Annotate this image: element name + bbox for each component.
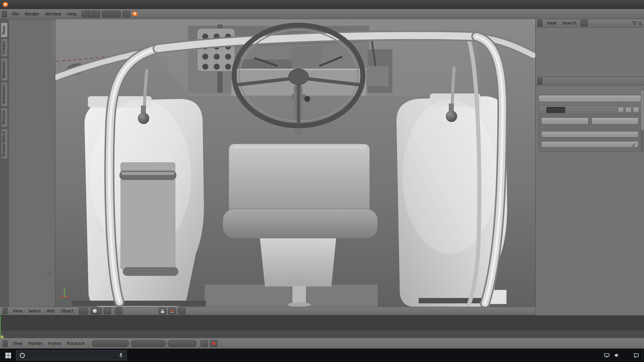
start-frame-field[interactable] [92, 340, 129, 347]
outliner-header: ViewSearch [536, 19, 644, 27]
tool-shelf-panels [9, 19, 55, 307]
shelf-tab-tools[interactable]: Tools [1, 22, 8, 38]
viewport-menu-select[interactable]: Select [25, 309, 44, 313]
info-menu-file[interactable]: File [9, 12, 22, 16]
add-scene-button[interactable] [109, 11, 115, 17]
timeline-header: ViewMarkerFramePlayback [0, 338, 644, 349]
screen-layout-selector[interactable] [82, 11, 100, 17]
delete-modifier-button[interactable] [633, 107, 639, 113]
merge-limit-slider[interactable] [541, 131, 639, 138]
title-bar [0, 0, 644, 9]
blender-version-icon [132, 11, 138, 17]
info-menu-help[interactable]: Help [64, 12, 79, 16]
remove-layout-button[interactable] [94, 11, 100, 17]
snap-toggle-button[interactable] [168, 308, 176, 314]
outliner-editor-type-button[interactable] [537, 20, 542, 26]
right-panel: ViewSearch [535, 19, 644, 315]
timeline-editor-type-button[interactable] [3, 340, 8, 347]
timeline-menu-view[interactable]: View [10, 341, 25, 346]
minimize-button[interactable] [599, 0, 613, 9]
lock-icon [161, 309, 164, 313]
snap-element-select[interactable] [178, 308, 185, 314]
cortana-search-input[interactable] [28, 353, 115, 358]
record-icon [212, 342, 215, 345]
timeline-marker-icon[interactable] [0, 335, 4, 338]
timeline-editor: ViewMarkerFramePlayback [0, 315, 644, 349]
timeline-menu-playback[interactable]: Playback [64, 341, 88, 346]
viewport-menu-object[interactable]: Object [58, 309, 77, 313]
eyedropper-icon[interactable] [632, 142, 636, 146]
add-modifier-button[interactable] [538, 95, 641, 102]
tool-shelf-tabs: ToolsCreateRelationsAnimationPhysicsGrea… [0, 19, 9, 307]
shelf-tab-relations[interactable]: Relations [1, 58, 8, 81]
properties-scrollbar[interactable] [641, 88, 643, 152]
mirror-object-select[interactable] [541, 141, 639, 148]
modifier-name-field[interactable] [546, 107, 565, 113]
info-header: FileRenderWindowHelp [0, 9, 644, 19]
move-modifier-up-button[interactable] [618, 107, 624, 113]
viewport-3d[interactable]: ToolsCreateRelationsAnimationPhysicsGrea… [0, 19, 535, 307]
viewport-menu-view[interactable]: View [10, 309, 25, 313]
close-button[interactable] [627, 0, 641, 9]
search-icon[interactable] [638, 21, 642, 25]
timeline-menus: ViewMarkerFramePlayback [10, 338, 88, 349]
info-menu-render[interactable]: Render [22, 12, 42, 16]
modifier-header [539, 106, 641, 114]
action-center-icon[interactable] [634, 353, 639, 358]
outliner-menu-view[interactable]: View [544, 21, 559, 25]
record-button[interactable] [210, 340, 218, 347]
blender-logo-icon [3, 2, 8, 7]
end-frame-field[interactable] [131, 340, 166, 347]
move-modifier-down-button[interactable] [625, 107, 632, 113]
microphone-icon[interactable] [119, 353, 123, 358]
magnet-icon [170, 309, 174, 313]
outliner-menu-search[interactable]: Search [559, 21, 579, 25]
apply-button[interactable] [541, 117, 589, 125]
timeline-content[interactable] [0, 316, 644, 330]
network-icon[interactable] [604, 353, 609, 358]
viewport-editor-type-button[interactable] [3, 308, 8, 314]
cortana-search-box[interactable] [16, 350, 127, 360]
window-controls [599, 0, 641, 9]
timeline-menu-frame[interactable]: Frame [45, 341, 64, 346]
volume-icon[interactable] [614, 353, 620, 358]
pivot-select[interactable] [104, 308, 111, 314]
shading-sphere-icon [93, 309, 97, 313]
scene-selector[interactable] [102, 11, 121, 17]
add-layout-button[interactable] [88, 11, 94, 17]
outliner-filter-select[interactable] [581, 20, 588, 26]
panel-header-move-to-layer[interactable] [11, 270, 52, 277]
info-editor-type-button[interactable] [2, 11, 7, 17]
properties-header [536, 77, 644, 85]
current-frame-field[interactable] [168, 340, 197, 347]
lock-to-scene-button[interactable] [159, 308, 166, 314]
mirror-modifier-panel [538, 105, 641, 152]
timeline-ruler[interactable] [0, 330, 644, 338]
filter-icon[interactable] [632, 21, 637, 25]
left-fender [85, 96, 204, 307]
info-menu-window[interactable]: Window [42, 12, 64, 16]
shelf-tab-create[interactable]: Create [1, 39, 8, 57]
shelf-tab-animation[interactable]: Animation [1, 82, 8, 107]
shelf-tab-grease-pencil[interactable]: Grease Pencil [1, 128, 8, 159]
remove-scene-button[interactable] [115, 11, 120, 17]
timeline-menu-marker[interactable]: Marker [25, 341, 45, 346]
transform-orientation-select[interactable] [115, 308, 122, 314]
viewport-menus: ViewSelectAddObject [10, 307, 77, 315]
show-desktop-button[interactable] [642, 349, 644, 362]
mode-select[interactable] [79, 308, 88, 314]
viewport-menu-add[interactable]: Add [44, 309, 58, 313]
gauge-panel [197, 28, 235, 71]
copy-button[interactable] [591, 117, 639, 125]
maximize-button[interactable] [613, 0, 627, 9]
tool-shelf-scrollbar[interactable] [53, 22, 55, 62]
windows-logo-icon [5, 353, 11, 358]
render-engine-select[interactable] [123, 11, 130, 17]
shelf-tab-physics[interactable]: Physics [1, 108, 8, 127]
panel-drag-dots-icon[interactable] [47, 272, 52, 275]
sync-select[interactable] [201, 340, 208, 347]
system-tray [593, 349, 642, 362]
start-button[interactable] [0, 349, 16, 362]
properties-editor-type-button[interactable] [537, 78, 542, 84]
viewport-shading-select[interactable] [90, 308, 102, 314]
